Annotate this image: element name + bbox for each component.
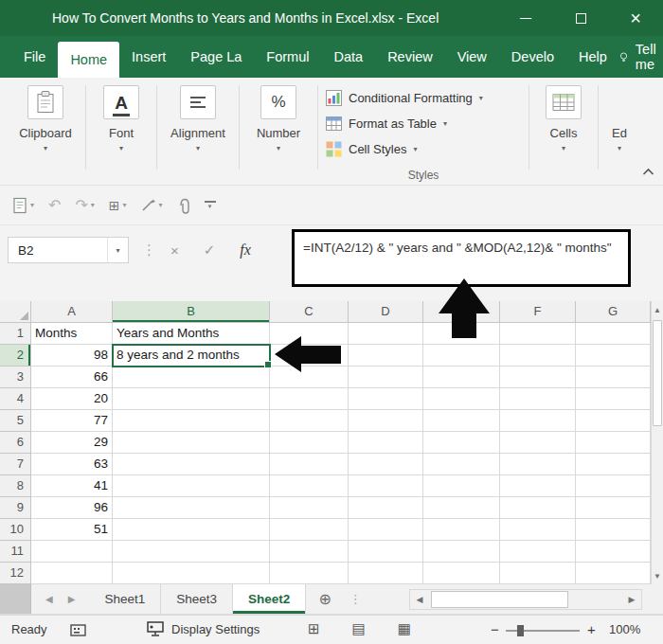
- cell-C5[interactable]: [270, 410, 349, 432]
- cell-A7[interactable]: 63: [31, 454, 113, 475]
- menu-tab-help[interactable]: Help: [566, 36, 619, 78]
- row-header-4[interactable]: 4: [0, 388, 31, 410]
- cell-A10[interactable]: 51: [31, 519, 113, 541]
- cell-G2[interactable]: [576, 345, 651, 367]
- row-header-5[interactable]: 5: [0, 410, 31, 432]
- cell-D8[interactable]: [349, 475, 423, 497]
- row-header-7[interactable]: 7: [0, 454, 31, 475]
- cell-F2[interactable]: [500, 345, 576, 367]
- column-header-D[interactable]: D: [349, 301, 423, 323]
- cell-E1[interactable]: [423, 323, 500, 345]
- cell-D2[interactable]: [349, 345, 423, 367]
- scroll-right-button[interactable]: ▶: [622, 590, 641, 609]
- format-as-table-button[interactable]: Format as Table ▾: [326, 111, 521, 136]
- menu-tab-file[interactable]: File: [11, 36, 58, 78]
- cell-B8[interactable]: [113, 475, 270, 497]
- tab-nav-left-icon[interactable]: ◀: [45, 594, 53, 604]
- cell-B2[interactable]: 8 years and 2 months: [113, 345, 270, 367]
- cell-F10[interactable]: [500, 519, 576, 541]
- collapse-ribbon-button[interactable]: [642, 163, 654, 180]
- cells-group-button[interactable]: Cells ▾: [529, 85, 598, 185]
- menu-tab-home[interactable]: Home: [58, 42, 119, 78]
- cell-G1[interactable]: [576, 323, 651, 345]
- zoom-slider[interactable]: [506, 630, 580, 632]
- cell-G4[interactable]: [576, 388, 651, 410]
- formula-input[interactable]: =INT(A2/12) & " years and " &MOD(A2,12)&…: [292, 229, 631, 287]
- cell-G9[interactable]: [576, 497, 651, 519]
- sheet-tab-sheet1[interactable]: Sheet1: [89, 584, 161, 614]
- cell-B6[interactable]: [113, 432, 270, 454]
- cell-E4[interactable]: [423, 388, 500, 410]
- cell-A11[interactable]: [31, 541, 113, 563]
- cell-A9[interactable]: 96: [31, 497, 113, 519]
- cell-F5[interactable]: [500, 410, 576, 432]
- qat-attach-button[interactable]: [177, 197, 190, 214]
- page-layout-view-button[interactable]: ▤: [352, 620, 366, 637]
- cell-D6[interactable]: [349, 432, 423, 454]
- cell-E11[interactable]: [423, 541, 500, 563]
- font-group-button[interactable]: A Font ▾: [86, 85, 156, 185]
- cell-G6[interactable]: [576, 432, 651, 454]
- enter-button[interactable]: ✓: [204, 242, 216, 259]
- close-button[interactable]: ×: [608, 0, 663, 36]
- cell-E6[interactable]: [423, 432, 500, 454]
- cell-B7[interactable]: [113, 454, 270, 475]
- scroll-left-button[interactable]: ◀: [410, 590, 429, 609]
- number-group-button[interactable]: % Number ▾: [240, 85, 317, 185]
- normal-view-button[interactable]: ⊞: [308, 620, 320, 637]
- zoom-level-label[interactable]: 100%: [609, 622, 640, 636]
- cell-E3[interactable]: [423, 367, 500, 388]
- cell-A5[interactable]: 77: [31, 410, 113, 432]
- cell-B9[interactable]: [113, 497, 270, 519]
- qat-customize-button[interactable]: ▾: [205, 201, 216, 210]
- maximize-button[interactable]: [553, 0, 608, 36]
- cell-E2[interactable]: [423, 345, 500, 367]
- name-box-chevron-icon[interactable]: ▾: [107, 238, 128, 262]
- zoom-slider-thumb[interactable]: [517, 625, 524, 636]
- tab-nav-right-icon[interactable]: ▶: [68, 594, 76, 604]
- new-sheet-button[interactable]: ⊕: [306, 584, 344, 614]
- editing-group-button[interactable]: Ed ▾: [599, 85, 640, 185]
- cell-G11[interactable]: [576, 541, 651, 563]
- menu-tab-insert[interactable]: Insert: [119, 36, 178, 78]
- row-header-8[interactable]: 8: [0, 475, 31, 497]
- horizontal-scrollbar[interactable]: ◀ ▶: [409, 589, 642, 610]
- cell-B5[interactable]: [113, 410, 270, 432]
- vertical-scrollbar-thumb[interactable]: [653, 320, 662, 426]
- qat-redo-button[interactable]: ↷ ▾: [75, 196, 94, 214]
- row-header-10[interactable]: 10: [0, 519, 31, 541]
- cell-C9[interactable]: [270, 497, 349, 519]
- cell-A2[interactable]: 98: [31, 345, 113, 367]
- scroll-down-button[interactable]: ▼: [652, 567, 663, 584]
- cell-G5[interactable]: [576, 410, 651, 432]
- cell-G12[interactable]: [576, 563, 651, 584]
- cell-E5[interactable]: [423, 410, 500, 432]
- qat-borders-button[interactable]: ⊞ ▾: [109, 198, 127, 213]
- name-box[interactable]: B2 ▾: [8, 237, 129, 263]
- row-header-3[interactable]: 3: [0, 367, 31, 388]
- page-break-view-button[interactable]: ▦: [398, 620, 411, 637]
- sheet-tab-sheet3[interactable]: Sheet3: [161, 584, 233, 614]
- row-header-9[interactable]: 9: [0, 497, 31, 519]
- cell-A6[interactable]: 29: [31, 432, 113, 454]
- cell-C1[interactable]: [270, 323, 349, 345]
- cell-C4[interactable]: [270, 388, 349, 410]
- tell-me-button[interactable]: Tell me: [619, 42, 662, 72]
- menu-tab-data[interactable]: Data: [321, 36, 375, 78]
- qat-undo-button[interactable]: ↶: [48, 196, 61, 214]
- column-header-G[interactable]: G: [576, 301, 651, 323]
- cell-C7[interactable]: [270, 454, 349, 475]
- cell-B10[interactable]: [113, 519, 270, 541]
- row-header-11[interactable]: 11: [0, 541, 31, 563]
- row-header-6[interactable]: 6: [0, 432, 31, 454]
- column-header-B[interactable]: B: [113, 301, 270, 323]
- cell-F8[interactable]: [500, 475, 576, 497]
- cell-E10[interactable]: [423, 519, 500, 541]
- cell-D11[interactable]: [349, 541, 423, 563]
- cell-G7[interactable]: [576, 454, 651, 475]
- zoom-out-button[interactable]: −: [491, 621, 499, 637]
- cell-F3[interactable]: [500, 367, 576, 388]
- cell-B4[interactable]: [113, 388, 270, 410]
- cell-C10[interactable]: [270, 519, 349, 541]
- macro-record-button[interactable]: [70, 624, 86, 636]
